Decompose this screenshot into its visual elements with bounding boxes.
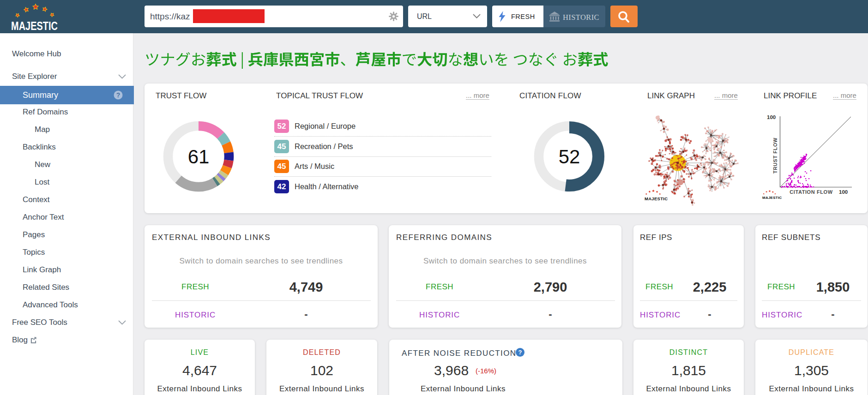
svg-text:?: ? — [116, 91, 121, 99]
svg-text:MAJESTIC: MAJESTIC — [762, 196, 782, 200]
svg-text:100: 100 — [767, 114, 776, 120]
svg-text:MAJESTIC: MAJESTIC — [645, 196, 668, 201]
svg-text:100: 100 — [839, 189, 848, 195]
svg-text:?: ? — [518, 349, 522, 356]
svg-text:CITATION FLOW: CITATION FLOW — [790, 189, 833, 195]
svg-text:61: 61 — [188, 146, 210, 168]
svg-text:MAJESTIC: MAJESTIC — [11, 19, 58, 31]
svg-text:52: 52 — [559, 146, 580, 168]
svg-text:TRUST FLOW: TRUST FLOW — [772, 138, 778, 174]
